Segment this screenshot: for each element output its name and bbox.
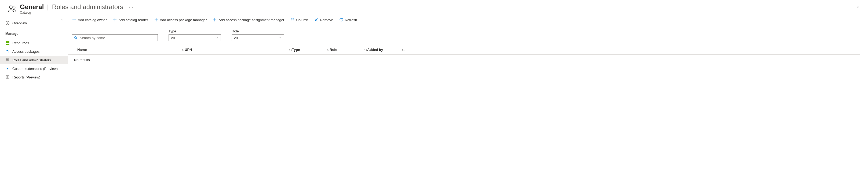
sidebar-item-label: Access packages [12, 49, 39, 53]
plus-icon [213, 18, 217, 22]
column-header-added-by[interactable]: Added by ↑↓ [367, 48, 405, 52]
info-icon [5, 21, 10, 25]
role-filter-label: Role [231, 29, 284, 33]
remove-button[interactable]: Remove [314, 18, 333, 22]
cmd-label: Column [296, 18, 308, 22]
role-filter-dropdown[interactable]: All [231, 34, 284, 41]
svg-rect-17 [7, 68, 8, 69]
column-label: Role [330, 48, 337, 52]
cmd-label: Add catalog reader [119, 18, 148, 22]
cmd-label: Add catalog owner [78, 18, 107, 22]
svg-point-15 [8, 58, 9, 60]
search-input[interactable] [72, 34, 158, 41]
svg-rect-10 [6, 44, 7, 45]
add-access-package-assignment-manager-button[interactable]: Add access package assignment manager [213, 18, 284, 22]
svg-rect-4 [6, 41, 7, 42]
search-field[interactable] [79, 36, 156, 40]
page-header: General | Roles and administrators ⋯ Cat… [0, 0, 868, 16]
sidebar-item-label: Custom extensions (Preview) [12, 67, 58, 71]
sidebar-item-resources[interactable]: Resources [0, 39, 68, 47]
sidebar-item-access-packages[interactable]: Access packages [0, 47, 68, 56]
cmd-label: Add access package manager [160, 18, 207, 22]
page-title: General | Roles and administrators ⋯ [20, 3, 134, 11]
column-header-role[interactable]: Role ↑↓ [330, 48, 367, 52]
command-bar: Add catalog owner Add catalog reader Add… [68, 16, 860, 25]
svg-rect-8 [7, 42, 8, 43]
more-icon[interactable]: ⋯ [129, 5, 134, 10]
people-icon [7, 4, 17, 13]
sidebar-item-reports[interactable]: Reports (Preview) [0, 73, 68, 81]
plus-icon [154, 18, 158, 22]
sidebar: Overview Manage Resources Access pack [0, 16, 68, 196]
filter-row: Type All Role All [68, 25, 860, 46]
sidebar-item-overview[interactable]: Overview [0, 19, 68, 27]
sort-icon: ↑↓ [364, 48, 367, 52]
sidebar-item-label: Resources [12, 41, 29, 45]
package-icon [5, 49, 10, 53]
x-icon [314, 18, 318, 22]
sidebar-section-header: Manage [0, 27, 68, 37]
role-filter-value: All [234, 36, 238, 40]
svg-rect-9 [8, 42, 9, 43]
plus-icon [72, 18, 76, 22]
cmd-label: Remove [320, 18, 333, 22]
cmd-label: Refresh [345, 18, 357, 22]
search-icon [74, 36, 78, 40]
column-header-name[interactable]: Name ↑↓ [72, 48, 185, 52]
refresh-button[interactable]: Refresh [339, 18, 357, 22]
plus-icon [113, 18, 117, 22]
svg-point-14 [6, 58, 8, 60]
column-header-type[interactable]: Type ↑↓ [292, 48, 330, 52]
grid-icon [5, 41, 10, 45]
svg-point-1 [13, 6, 15, 8]
cmd-label: Add access package assignment manager [218, 18, 284, 22]
title-separator: | [47, 3, 49, 11]
svg-point-19 [74, 36, 76, 39]
svg-rect-12 [8, 44, 9, 45]
collapse-sidebar-button[interactable] [60, 18, 65, 23]
sort-icon: ↑↓ [327, 48, 330, 52]
column-label: Name [77, 48, 87, 52]
add-access-package-manager-button[interactable]: Add access package manager [154, 18, 207, 22]
people-icon [5, 58, 10, 62]
no-results-text: No results [68, 54, 860, 62]
sort-icon: ↑↓ [402, 48, 405, 52]
column-label: Added by [367, 48, 383, 52]
add-catalog-reader-button[interactable]: Add catalog reader [113, 18, 148, 22]
add-catalog-owner-button[interactable]: Add catalog owner [72, 18, 107, 22]
content-pane: Add catalog owner Add catalog reader Add… [68, 16, 868, 196]
columns-icon [290, 18, 294, 22]
type-filter-label: Type [168, 29, 221, 33]
type-filter-value: All [171, 36, 175, 40]
report-icon [5, 75, 10, 79]
chevron-down-icon [215, 36, 218, 39]
svg-rect-6 [8, 41, 9, 42]
chevron-down-icon [278, 36, 282, 39]
sidebar-divider [5, 38, 62, 38]
sidebar-item-label: Overview [12, 21, 27, 25]
type-filter-dropdown[interactable]: All [168, 34, 221, 41]
svg-rect-11 [7, 44, 8, 45]
sidebar-item-roles[interactable]: Roles and administrators [0, 56, 68, 64]
table-header: Name ↑↓ UPN ↑↓ Type ↑↓ Role ↑↓ Added by … [68, 46, 860, 54]
sidebar-item-label: Roles and administrators [12, 58, 51, 62]
sort-icon: ↑↓ [289, 48, 292, 52]
svg-rect-7 [6, 42, 7, 43]
svg-point-0 [9, 6, 12, 8]
column-header-upn[interactable]: UPN ↑↓ [185, 48, 292, 52]
extension-icon [5, 67, 10, 71]
column-label: UPN [185, 48, 192, 52]
sidebar-item-label: Reports (Preview) [12, 75, 40, 79]
page-title-bold: General [20, 3, 44, 11]
refresh-icon [339, 18, 343, 22]
page-title-light: Roles and administrators [52, 3, 123, 11]
sort-icon: ↑↓ [181, 48, 185, 52]
column-button[interactable]: Column [290, 18, 308, 22]
svg-rect-5 [7, 41, 8, 42]
close-button[interactable] [856, 5, 862, 10]
sidebar-item-custom-extensions[interactable]: Custom extensions (Preview) [0, 64, 68, 73]
column-label: Type [292, 48, 300, 52]
page-subtitle: Catalog [20, 11, 134, 14]
